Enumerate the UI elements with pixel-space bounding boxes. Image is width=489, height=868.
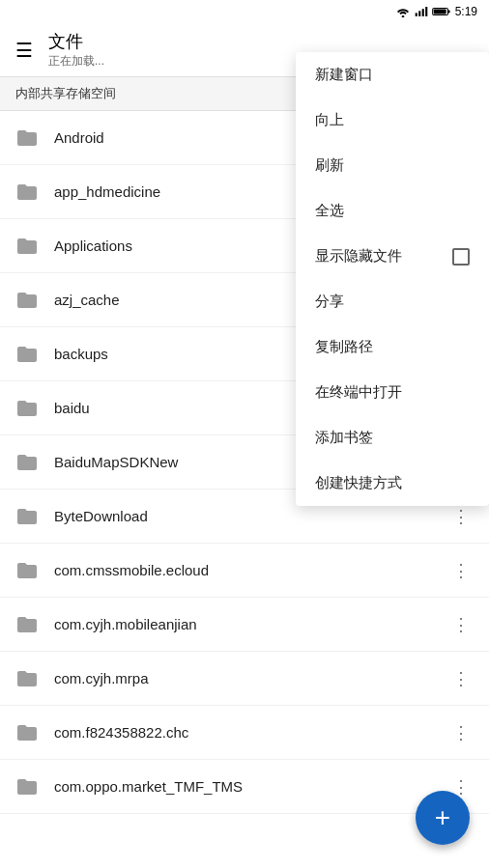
checkbox-icon[interactable]	[452, 248, 470, 266]
menu-item-label: 添加书签	[315, 429, 373, 447]
menu-item-copy-path[interactable]: 复制路径	[296, 324, 489, 370]
svg-rect-7	[433, 10, 446, 14]
context-menu: 新建窗口向上刷新全选显示隐藏文件分享复制路径在终端中打开添加书签创建快捷方式	[296, 52, 489, 506]
menu-item-label: 在终端中打开	[315, 383, 402, 402]
status-bar: 5:19	[0, 0, 489, 23]
menu-item-refresh[interactable]: 刷新	[296, 143, 489, 188]
status-time: 5:19	[455, 5, 477, 18]
svg-point-0	[401, 15, 404, 17]
menu-item-go-up[interactable]: 向上	[296, 98, 489, 143]
svg-rect-4	[425, 7, 427, 16]
menu-item-add-bookmark[interactable]: 添加书签	[296, 415, 489, 461]
menu-item-label: 分享	[315, 293, 344, 311]
menu-item-select-all[interactable]: 全选	[296, 188, 489, 234]
svg-rect-1	[415, 13, 417, 16]
menu-item-label: 显示隐藏文件	[315, 247, 402, 266]
menu-item-label: 刷新	[315, 156, 344, 175]
menu-item-new-window[interactable]: 新建窗口	[296, 52, 489, 98]
status-icons: 5:19	[395, 5, 477, 18]
menu-item-label: 全选	[315, 202, 344, 220]
menu-item-share[interactable]: 分享	[296, 279, 489, 324]
dropdown-overlay[interactable]: 新建窗口向上刷新全选显示隐藏文件分享复制路径在终端中打开添加书签创建快捷方式	[0, 23, 489, 868]
battery-icon	[432, 6, 451, 17]
menu-item-open-terminal[interactable]: 在终端中打开	[296, 370, 489, 415]
wifi-icon	[395, 6, 411, 17]
svg-rect-6	[447, 11, 449, 14]
menu-item-label: 创建快捷方式	[315, 474, 402, 492]
menu-item-label: 复制路径	[315, 338, 373, 356]
menu-item-create-shortcut[interactable]: 创建快捷方式	[296, 461, 489, 506]
menu-item-show-hidden[interactable]: 显示隐藏文件	[296, 234, 489, 279]
menu-item-label: 向上	[315, 111, 344, 129]
svg-rect-3	[421, 9, 423, 16]
signal-icon	[415, 6, 428, 17]
menu-item-label: 新建窗口	[315, 66, 373, 84]
svg-rect-2	[418, 11, 420, 16]
